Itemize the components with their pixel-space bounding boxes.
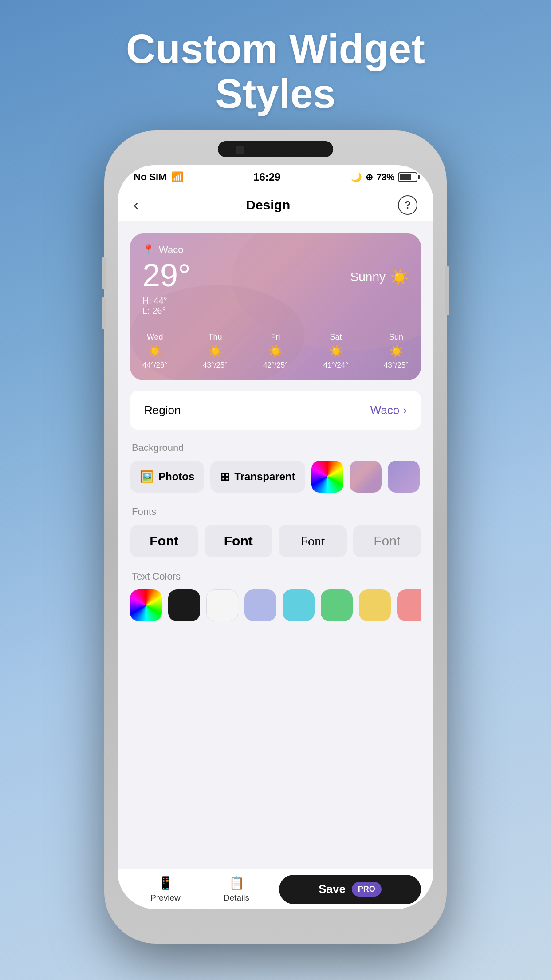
moon-icon: 🌙 bbox=[351, 172, 362, 182]
wifi-icon: 📶 bbox=[171, 171, 183, 183]
text-colors-section: Text Colors bbox=[130, 571, 421, 621]
back-button[interactable]: ‹ bbox=[134, 197, 138, 213]
transparent-button[interactable]: ⊞ Transparent bbox=[210, 461, 305, 493]
bg-purple-thumbnail bbox=[388, 461, 420, 493]
colors-row bbox=[130, 589, 421, 621]
transparent-icon: ⊞ bbox=[220, 470, 230, 484]
weather-widget: 📍 Waco 29° H: 44°L: 26° Sunny ☀️ bbox=[130, 233, 421, 380]
forecast-day-wed: Wed ☀️ 44°/26° bbox=[142, 332, 167, 370]
background-options: 🖼️ Photos ⊞ Transparent bbox=[130, 461, 421, 493]
power-button[interactable] bbox=[445, 266, 449, 315]
forecast-day-sun: Sun ☀️ 43°/25° bbox=[384, 332, 409, 370]
color-swatch-cyan[interactable] bbox=[283, 589, 315, 621]
photos-icon: 🖼️ bbox=[140, 470, 154, 484]
widget-condition-text: Sunny bbox=[350, 270, 386, 284]
bg-purple-button[interactable] bbox=[388, 461, 420, 493]
region-label: Region bbox=[144, 403, 181, 417]
phone-notch bbox=[218, 141, 333, 157]
rainbow-gradient bbox=[311, 461, 343, 493]
color-swatch-pink[interactable] bbox=[397, 589, 421, 621]
widget-location: 📍 Waco bbox=[142, 244, 409, 256]
photos-button[interactable]: 🖼️ Photos bbox=[130, 461, 204, 493]
forecast-day-sat: Sat ☀️ 41°/24° bbox=[323, 332, 348, 370]
details-icon: 📋 bbox=[229, 876, 244, 890]
transparent-label: Transparent bbox=[234, 470, 295, 483]
sun-icon: ☀️ bbox=[390, 268, 409, 286]
carrier-text: No SIM bbox=[134, 171, 167, 183]
widget-high-low: H: 44°L: 26° bbox=[142, 291, 191, 316]
widget-forecast: Wed ☀️ 44°/26° Thu ☀️ 43°/25° Fri ☀️ 42°… bbox=[142, 325, 409, 370]
location-icon: ⊕ bbox=[366, 172, 373, 182]
battery-icon bbox=[398, 172, 417, 182]
color-swatch-lavender[interactable] bbox=[244, 589, 276, 621]
color-swatch-green[interactable] bbox=[321, 589, 353, 621]
tab-preview-label: Preview bbox=[150, 893, 181, 903]
nav-bar: ‹ Design ? bbox=[118, 189, 433, 221]
color-swatch-black[interactable] bbox=[168, 589, 200, 621]
battery-fill bbox=[400, 174, 411, 180]
widget-condition: Sunny ☀️ bbox=[350, 268, 409, 286]
tab-details-label: Details bbox=[224, 893, 249, 903]
color-swatch-white[interactable] bbox=[206, 589, 238, 621]
save-button[interactable]: Save PRO bbox=[279, 875, 421, 904]
color-picker-button[interactable] bbox=[311, 461, 343, 493]
phone-screen: No SIM 📶 16:29 🌙 ⊕ 73% ‹ Design ? bbox=[118, 165, 433, 909]
background-section: Background 🖼️ Photos ⊞ Transparent bbox=[130, 442, 421, 493]
bg-photo-thumbnail bbox=[350, 461, 382, 493]
fonts-row: Font Font Font Font bbox=[130, 525, 421, 557]
font-button-3[interactable]: Font bbox=[279, 525, 347, 557]
widget-temperature: 29° bbox=[142, 259, 191, 291]
hero-title: Custom WidgetStyles bbox=[0, 27, 551, 116]
preview-icon: 📱 bbox=[158, 876, 173, 890]
location-pin-icon: 📍 bbox=[142, 244, 154, 256]
color-swatch-rainbow[interactable] bbox=[130, 589, 162, 621]
color-swatch-yellow[interactable] bbox=[359, 589, 391, 621]
region-value: Waco › bbox=[370, 403, 407, 417]
photos-label: Photos bbox=[158, 470, 194, 483]
scroll-content: 📍 Waco 29° H: 44°L: 26° Sunny ☀️ bbox=[118, 221, 433, 869]
phone-camera bbox=[236, 146, 244, 154]
chevron-right-icon: › bbox=[403, 403, 407, 417]
battery-percent: 73% bbox=[377, 172, 394, 182]
pro-badge: PRO bbox=[352, 882, 382, 897]
page-title: Design bbox=[246, 198, 290, 213]
phone-frame: No SIM 📶 16:29 🌙 ⊕ 73% ‹ Design ? bbox=[107, 133, 444, 941]
widget-city: Waco bbox=[159, 244, 183, 256]
background-section-label: Background bbox=[130, 442, 421, 454]
font-button-2[interactable]: Font bbox=[205, 525, 273, 557]
fonts-section-label: Fonts bbox=[130, 506, 421, 518]
region-row[interactable]: Region Waco › bbox=[130, 391, 421, 430]
status-time: 16:29 bbox=[253, 171, 280, 183]
text-colors-label: Text Colors bbox=[130, 571, 421, 582]
font-button-4[interactable]: Font bbox=[353, 525, 421, 557]
font-button-1[interactable]: Font bbox=[130, 525, 198, 557]
forecast-day-thu: Thu ☀️ 43°/25° bbox=[203, 332, 228, 370]
save-label: Save bbox=[319, 882, 346, 896]
volume-up-button[interactable] bbox=[102, 257, 106, 289]
fonts-section: Fonts Font Font Font Font bbox=[130, 506, 421, 557]
tab-details[interactable]: 📋 Details bbox=[201, 876, 272, 903]
help-button[interactable]: ? bbox=[398, 195, 417, 215]
status-left: No SIM 📶 bbox=[134, 171, 183, 183]
tab-bar: 📱 Preview 📋 Details Save PRO bbox=[118, 869, 433, 909]
widget-temp-row: 29° H: 44°L: 26° Sunny ☀️ bbox=[142, 259, 409, 316]
status-bar: No SIM 📶 16:29 🌙 ⊕ 73% bbox=[118, 165, 433, 189]
status-right: 🌙 ⊕ 73% bbox=[351, 172, 417, 182]
forecast-day-fri: Fri ☀️ 42°/25° bbox=[263, 332, 288, 370]
bg-photo-button[interactable] bbox=[350, 461, 382, 493]
volume-down-button[interactable] bbox=[102, 297, 106, 329]
tab-preview[interactable]: 📱 Preview bbox=[130, 876, 201, 903]
